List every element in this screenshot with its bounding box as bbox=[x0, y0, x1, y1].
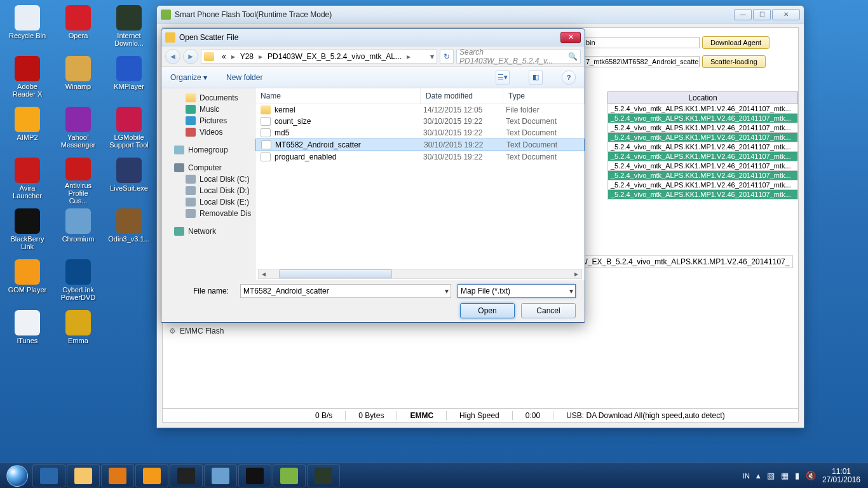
desktop-icon[interactable]: Internet Downlo... bbox=[109, 5, 149, 52]
taskbar-item[interactable] bbox=[101, 464, 134, 487]
tree-item[interactable]: Documents bbox=[186, 92, 255, 104]
desktop-icon[interactable]: Antivirus Profile Cus... bbox=[58, 158, 98, 205]
chevron-down-icon[interactable]: ▾ bbox=[430, 52, 434, 61]
desktop-icon[interactable]: Avira Launcher bbox=[8, 158, 47, 205]
desktop-icon[interactable]: iTunes bbox=[8, 310, 47, 357]
tree-item[interactable]: Homegroup bbox=[174, 144, 255, 156]
start-button[interactable] bbox=[3, 464, 32, 487]
clock[interactable]: 11:01 27/01/2016 bbox=[822, 468, 860, 484]
help-button[interactable]: ? bbox=[562, 71, 576, 85]
new-folder-button[interactable]: New folder bbox=[226, 73, 262, 82]
tree-item[interactable]: Music bbox=[186, 104, 255, 115]
tree-item[interactable]: Removable Dis bbox=[186, 208, 255, 219]
file-row[interactable]: md530/10/2015 19:22Text Document bbox=[255, 127, 585, 139]
app-icon bbox=[15, 107, 40, 132]
language-indicator[interactable]: IN bbox=[743, 472, 750, 480]
taskbar-item[interactable] bbox=[307, 464, 340, 487]
desktop-icon[interactable]: Yahoo! Messenger bbox=[58, 107, 98, 154]
taskbar-item[interactable] bbox=[67, 464, 100, 487]
app-icon bbox=[116, 56, 142, 81]
file-row[interactable]: count_size30/10/2015 19:22Text Document bbox=[255, 116, 585, 127]
tray-up-icon[interactable]: ▴ bbox=[756, 471, 761, 480]
chevron-down-icon[interactable]: ▾ bbox=[569, 287, 573, 295]
location-row[interactable]: _5.2.4_vivo_mtk_ALPS.KK1.MP1.V2.46_20141… bbox=[607, 171, 798, 180]
taskbar-item[interactable] bbox=[204, 464, 237, 487]
tree-item[interactable]: Pictures bbox=[186, 115, 255, 126]
flag-icon[interactable]: ▧ bbox=[767, 471, 775, 480]
nav-tree[interactable]: DocumentsMusicPicturesVideosHomegroupCom… bbox=[161, 88, 255, 280]
horizontal-scrollbar[interactable]: ◂▸ bbox=[258, 269, 582, 279]
location-row[interactable]: _5.2.4_vivo_mtk_ALPS.KK1.MP1.V2.46_20141… bbox=[607, 180, 798, 190]
desktop-icon[interactable]: Opera bbox=[58, 5, 98, 52]
app-icon bbox=[15, 259, 40, 285]
taskbar-item[interactable] bbox=[170, 464, 203, 487]
location-row[interactable]: _5.2.4_vivo_mtk_ALPS.KK1.MP1.V2.46_20141… bbox=[607, 190, 798, 200]
desktop-icon[interactable]: AIMP2 bbox=[8, 107, 47, 154]
location-row[interactable]: _5.2.4_vivo_mtk_ALPS.KK1.MP1.V2.46_20141… bbox=[607, 142, 798, 152]
desktop-icon[interactable]: Chromium bbox=[58, 208, 98, 255]
desktop-icon[interactable]: Recycle Bin bbox=[8, 5, 47, 52]
organize-menu[interactable]: Organize ▾ bbox=[170, 73, 207, 82]
view-mode-button[interactable]: ☰▾ bbox=[496, 71, 510, 85]
location-row[interactable]: _5.2.4_vivo_mtk_ALPS.KK1.MP1.V2.46_20141… bbox=[607, 123, 798, 133]
dialog-titlebar: Open Scatter File ✕ bbox=[161, 29, 585, 46]
desktop-icon[interactable]: Odin3_v3.1... bbox=[109, 208, 149, 255]
filename-input[interactable]: MT6582_Android_scatter▾ bbox=[240, 284, 451, 298]
desktop-icon[interactable]: LiveSuit.exe bbox=[109, 158, 149, 205]
mus-icon bbox=[186, 105, 196, 114]
tree-item[interactable]: Local Disk (C:) bbox=[186, 173, 255, 185]
desktop-icon[interactable]: Winamp bbox=[58, 56, 98, 103]
search-input[interactable]: Search PD1403W_EX_B_5.2.4_v... 🔍 bbox=[456, 50, 581, 64]
desktop-icon[interactable]: CyberLink PowerDVD bbox=[58, 259, 98, 306]
network-icon[interactable]: ▦ bbox=[781, 471, 789, 480]
maximize-button[interactable]: ☐ bbox=[753, 9, 771, 20]
open-button[interactable]: Open bbox=[460, 303, 515, 318]
list-header[interactable]: Name Date modified Type bbox=[255, 88, 585, 104]
scatter-path-input[interactable]: 7_mtk6582\MT6582_Android_scatter bbox=[583, 56, 700, 67]
desktop-icon[interactable]: LGMobile Support Tool bbox=[109, 107, 149, 154]
taskbar-item[interactable] bbox=[135, 464, 168, 487]
gear-icon: ⚙ bbox=[169, 327, 176, 336]
taskbar-item[interactable] bbox=[273, 464, 306, 487]
location-row[interactable]: _5.2.4_vivo_mtk_ALPS.KK1.MP1.V2.46_20141… bbox=[607, 104, 798, 114]
nav-back-button[interactable]: ◄ bbox=[165, 49, 180, 64]
download-agent-button[interactable]: Download Agent bbox=[702, 36, 770, 49]
location-row[interactable]: _5.2.4_vivo_mtk_ALPS.KK1.MP1.V2.46_20141… bbox=[607, 114, 798, 123]
location-row[interactable]: _5.2.4_vivo_mtk_ALPS.KK1.MP1.V2.46_20141… bbox=[607, 133, 798, 142]
file-type-filter[interactable]: Map File (*.txt)▾ bbox=[458, 284, 576, 298]
tree-item[interactable]: Local Disk (E:) bbox=[186, 196, 255, 208]
file-icon bbox=[261, 152, 271, 161]
tree-item[interactable]: Local Disk (D:) bbox=[186, 185, 255, 196]
taskbar-item[interactable] bbox=[32, 464, 65, 487]
volume-icon[interactable]: 🔇 bbox=[806, 471, 816, 480]
desktop-icon[interactable]: KMPlayer bbox=[109, 56, 149, 103]
desktop-icon[interactable]: Emma bbox=[58, 310, 98, 357]
desktop-icon[interactable]: Adobe Reader X bbox=[8, 56, 47, 103]
refresh-button[interactable]: ↻ bbox=[440, 50, 454, 64]
close-button[interactable]: ✕ bbox=[772, 9, 800, 20]
scatter-loading-button[interactable]: Scatter-loading bbox=[702, 55, 766, 68]
desktop-icon[interactable] bbox=[109, 259, 149, 306]
file-row[interactable]: MT6582_Android_scatter30/10/2015 19:22Te… bbox=[255, 139, 585, 151]
preview-pane-button[interactable]: ◧ bbox=[529, 71, 543, 85]
battery-icon[interactable]: ▮ bbox=[795, 471, 799, 480]
location-row[interactable]: _5.2.4_vivo_mtk_ALPS.KK1.MP1.V2.46_20141… bbox=[607, 161, 798, 171]
tree-item[interactable]: Network bbox=[174, 226, 255, 237]
app-icon bbox=[65, 107, 91, 132]
app-icon bbox=[65, 158, 91, 180]
desktop-icon[interactable]: BlackBerry Link bbox=[8, 208, 47, 255]
cancel-button[interactable]: Cancel bbox=[521, 303, 576, 318]
file-row[interactable]: proguard_enabled30/10/2015 19:22Text Doc… bbox=[255, 151, 585, 163]
da-path-input[interactable]: bin bbox=[583, 37, 700, 48]
nav-forward-button[interactable]: ► bbox=[183, 49, 198, 64]
location-row[interactable]: _5.2.4_vivo_mtk_ALPS.KK1.MP1.V2.46_20141… bbox=[607, 152, 798, 161]
breadcrumb[interactable]: «▸ Y28▸ PD1403W_EX_B_5.2.4_vivo_mtk_AL..… bbox=[201, 50, 437, 64]
dialog-close-button[interactable]: ✕ bbox=[560, 32, 581, 43]
taskbar-item[interactable] bbox=[238, 464, 271, 487]
chevron-down-icon[interactable]: ▾ bbox=[445, 287, 449, 295]
desktop-icon[interactable]: GOM Player bbox=[8, 259, 47, 306]
minimize-button[interactable]: — bbox=[734, 9, 752, 20]
tree-item[interactable]: Videos bbox=[186, 126, 255, 138]
tree-item[interactable]: Computer bbox=[174, 162, 255, 173]
file-row[interactable]: kernel14/12/2015 12:05File folder bbox=[255, 104, 585, 116]
